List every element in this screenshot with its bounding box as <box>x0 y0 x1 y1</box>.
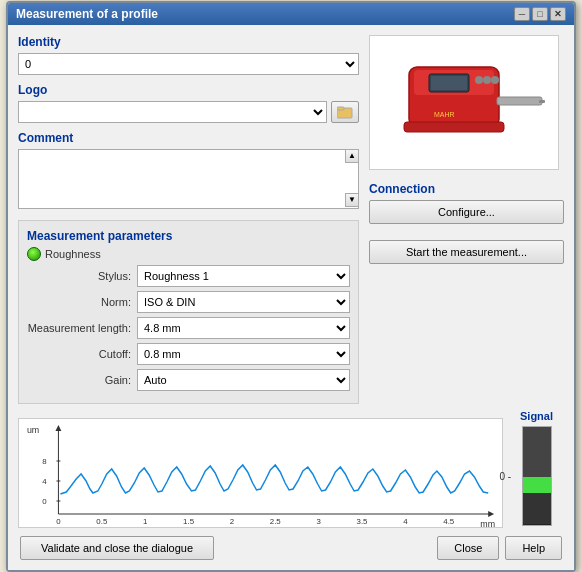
svg-point-8 <box>491 76 499 84</box>
roughness-label: Roughness <box>45 248 101 260</box>
meas-length-field-label: Measurement length: <box>27 322 137 334</box>
logo-select[interactable] <box>18 101 327 123</box>
svg-text:mm: mm <box>480 518 495 527</box>
svg-text:3.5: 3.5 <box>357 516 369 525</box>
graph-wrapper: um mm 0 <box>18 410 503 528</box>
svg-rect-9 <box>497 97 542 105</box>
validate-button[interactable]: Validate and close the dialogue <box>20 536 214 560</box>
norm-row: Norm: ISO & DIN ISO DIN <box>27 291 350 313</box>
svg-point-7 <box>483 76 491 84</box>
cutoff-select[interactable]: 0.8 mm 0.25 mm 2.5 mm <box>137 343 350 365</box>
cutoff-row: Cutoff: 0.8 mm 0.25 mm 2.5 mm <box>27 343 350 365</box>
svg-rect-13 <box>19 419 502 528</box>
signal-zero-label: 0 - <box>500 470 512 481</box>
help-button[interactable]: Help <box>505 536 562 560</box>
logo-label: Logo <box>18 83 359 97</box>
svg-text:8: 8 <box>42 456 47 465</box>
signal-bar-wrapper: 0 - <box>522 426 552 526</box>
signal-panel: Signal 0 - <box>509 410 564 528</box>
meas-length-row: Measurement length: 4.8 mm 1.5 mm 5.6 mm <box>27 317 350 339</box>
stylus-select[interactable]: Roughness 1 Roughness 2 <box>137 265 350 287</box>
comment-textarea[interactable] <box>18 149 359 209</box>
norm-select[interactable]: ISO & DIN ISO DIN <box>137 291 350 313</box>
svg-text:0: 0 <box>56 516 61 525</box>
svg-rect-10 <box>539 100 545 103</box>
window-title: Measurement of a profile <box>16 7 158 21</box>
identity-group: Identity 0 1 2 <box>18 35 359 75</box>
close-button[interactable]: ✕ <box>550 7 566 21</box>
svg-rect-1 <box>337 107 344 110</box>
identity-select[interactable]: 0 1 2 <box>18 53 359 75</box>
gain-select[interactable]: Auto Low High <box>137 369 350 391</box>
profile-graph: um mm 0 <box>19 419 502 528</box>
svg-text:um: um <box>27 424 39 434</box>
title-bar-buttons: ─ □ ✕ <box>514 7 566 21</box>
stylus-row: Stylus: Roughness 1 Roughness 2 <box>27 265 350 287</box>
stylus-field-label: Stylus: <box>27 270 137 282</box>
svg-text:3: 3 <box>316 516 321 525</box>
graph-area: um mm 0 <box>18 418 503 528</box>
comment-group: Comment ▲ ▼ <box>18 131 359 212</box>
stylus-header-row: Roughness <box>27 247 350 261</box>
left-panel: Identity 0 1 2 Logo <box>18 35 359 404</box>
start-measurement-area: Start the measurement... <box>369 240 564 264</box>
gain-row: Gain: Auto Low High <box>27 369 350 391</box>
maximize-button[interactable]: □ <box>532 7 548 21</box>
svg-text:1: 1 <box>143 516 148 525</box>
folder-icon <box>337 105 353 119</box>
gain-field-label: Gain: <box>27 374 137 386</box>
connection-label: Connection <box>369 182 564 196</box>
configure-button[interactable]: Configure... <box>369 200 564 224</box>
svg-text:2: 2 <box>230 516 235 525</box>
minimize-button[interactable]: ─ <box>514 7 530 21</box>
main-window: Measurement of a profile ─ □ ✕ Identity … <box>6 1 576 572</box>
signal-bar <box>522 426 552 526</box>
title-bar: Measurement of a profile ─ □ ✕ <box>8 3 574 25</box>
bottom-buttons-row: Validate and close the dialogue Close He… <box>18 536 564 560</box>
logo-row <box>18 101 359 123</box>
status-dot <box>27 247 41 261</box>
measurement-params-section: Measurement parameters Roughness Stylus:… <box>18 220 359 404</box>
norm-field-label: Norm: <box>27 296 137 308</box>
comment-scrollup[interactable]: ▲ <box>345 149 359 163</box>
svg-rect-11 <box>404 122 504 132</box>
cutoff-field-label: Cutoff: <box>27 348 137 360</box>
svg-text:0: 0 <box>42 496 47 505</box>
svg-text:4: 4 <box>403 516 408 525</box>
meas-length-select[interactable]: 4.8 mm 1.5 mm 5.6 mm <box>137 317 350 339</box>
svg-text:4: 4 <box>42 476 47 485</box>
right-panel: MAHR Connection Configure... Start the m… <box>369 35 564 404</box>
svg-text:MAHR: MAHR <box>434 111 455 118</box>
svg-text:0.5: 0.5 <box>96 516 108 525</box>
close-button[interactable]: Close <box>437 536 499 560</box>
identity-label: Identity <box>18 35 359 49</box>
logo-group: Logo <box>18 83 359 123</box>
device-image: MAHR <box>369 35 559 170</box>
window-content: Identity 0 1 2 Logo <box>8 25 574 570</box>
connection-section: Connection Configure... <box>369 182 564 224</box>
svg-point-6 <box>475 76 483 84</box>
meas-params-label: Measurement parameters <box>27 229 350 243</box>
device-svg: MAHR <box>379 42 549 162</box>
svg-text:4.5: 4.5 <box>443 516 455 525</box>
svg-text:1.5: 1.5 <box>183 516 195 525</box>
logo-browse-button[interactable] <box>331 101 359 123</box>
signal-label: Signal <box>520 410 553 422</box>
start-measurement-button[interactable]: Start the measurement... <box>369 240 564 264</box>
right-buttons: Close Help <box>437 536 562 560</box>
comment-label: Comment <box>18 131 359 145</box>
identity-combo-row: 0 1 2 <box>18 53 359 75</box>
comment-scrolldown[interactable]: ▼ <box>345 193 359 207</box>
main-layout: Identity 0 1 2 Logo <box>18 35 564 404</box>
bottom-section: um mm 0 <box>18 410 564 528</box>
svg-rect-5 <box>431 76 467 90</box>
svg-text:2.5: 2.5 <box>270 516 282 525</box>
